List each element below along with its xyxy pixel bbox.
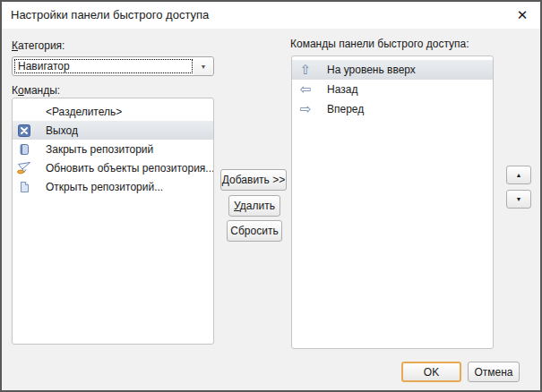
close-icon[interactable]: ✕ [511, 5, 534, 25]
ok-button[interactable]: OK [401, 362, 461, 382]
quick-access-settings-dialog: Настройки панели быстрого доступа ✕ Кате… [0, 0, 542, 392]
category-combobox[interactable]: Навигатор ▼ [12, 56, 214, 76]
quick-access-label: Команды панели быстрого доступа: [290, 38, 469, 50]
forward-icon: ⇨ [298, 102, 313, 116]
close-repository-icon [17, 142, 31, 157]
up-level-icon: ⇧ [298, 63, 313, 77]
category-combobox-value-area: Навигатор [14, 59, 193, 73]
no-icon [17, 105, 31, 119]
quick-access-list[interactable]: ⇧ На уровень вверх ⇦ Назад ⇨ Вперед [291, 55, 494, 349]
move-up-button[interactable]: ▲ [506, 166, 531, 184]
list-item[interactable]: ⇦ Назад [292, 80, 493, 99]
commands-label: Команды: [12, 84, 60, 97]
chevron-down-icon[interactable]: ▼ [194, 57, 213, 75]
refresh-repository-objects-icon [17, 161, 31, 175]
list-item[interactable]: <Разделитель> [13, 102, 213, 121]
list-item[interactable]: ⇨ Вперед [292, 99, 493, 119]
open-repository-icon [17, 180, 31, 194]
category-label: Категория: [12, 39, 65, 52]
titlebar: Настройки панели быстрого доступа ✕ [2, 2, 540, 29]
commands-list[interactable]: <Разделитель> Выход Закрыть репозиторий … [12, 98, 214, 345]
category-combobox-value: Навигатор [18, 60, 70, 72]
exit-icon [17, 124, 31, 138]
back-icon: ⇦ [298, 82, 313, 97]
reset-button[interactable]: Сбросить [227, 220, 282, 242]
dialog-title: Настройки панели быстрого доступа [11, 8, 209, 21]
remove-button[interactable]: Удалить [228, 195, 280, 217]
add-button[interactable]: Добавить >> [220, 169, 287, 191]
triangle-down-icon: ▼ [516, 196, 522, 202]
triangle-up-icon: ▲ [516, 172, 522, 178]
list-item[interactable]: Открыть репозиторий... [13, 177, 213, 196]
list-item[interactable]: Выход [13, 121, 213, 140]
move-down-button[interactable]: ▼ [506, 190, 531, 209]
list-item[interactable]: Закрыть репозиторий [13, 140, 213, 158]
list-item[interactable]: ⇧ На уровень вверх [292, 60, 493, 80]
list-item[interactable]: Обновить объекты репозитория... [13, 158, 213, 177]
cancel-button[interactable]: Отмена [468, 362, 520, 382]
